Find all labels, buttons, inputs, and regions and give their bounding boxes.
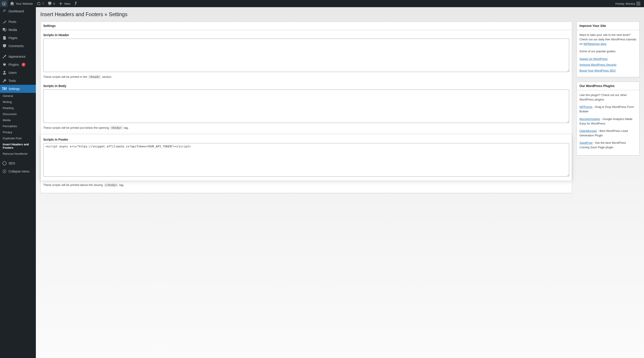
footer-desc: These scripts will be printed above the … [43, 183, 569, 187]
update-icon [36, 1, 41, 6]
my-account[interactable]: Howdy, Monica [614, 0, 642, 7]
collapse-icon [2, 169, 7, 174]
wordpress-icon [2, 1, 6, 6]
user-icon [2, 71, 7, 75]
footer-textarea[interactable] [43, 143, 569, 177]
home-icon [10, 1, 14, 6]
header-field: Scripts in Header These scripts will be … [43, 33, 569, 79]
sub-ihaf[interactable]: Insert Headers and Footers [0, 141, 36, 151]
menu-settings[interactable]: Settings [0, 85, 36, 93]
comment-count: 0 [53, 2, 55, 6]
body-label: Scripts in Body [43, 84, 569, 89]
improve-box: Improve Your Site Want to take your site… [576, 22, 640, 77]
settings-submenu: General Writing Reading Discussion Media… [0, 93, 36, 157]
sub-noreferrer[interactable]: Remove Noreferrer [0, 151, 36, 157]
body-field: Scripts in Body These scripts will be pr… [43, 84, 569, 130]
menu-comments[interactable]: Comments [0, 42, 36, 50]
plus-icon [58, 1, 63, 6]
comments-bubble[interactable]: 0 [46, 0, 57, 7]
menu-posts[interactable]: Posts [0, 18, 36, 26]
new-label: New [64, 2, 70, 6]
seedprod-link[interactable]: SeedProd [580, 141, 592, 144]
menu-plugins[interactable]: Plugins5 [0, 61, 36, 69]
plugin-seedprod: SeedProd - Get the best WordPress Coming… [580, 141, 636, 150]
site-name: Your Website [16, 2, 33, 6]
header-desc: These scripts will be printed in the <he… [43, 75, 569, 79]
settings-box: Settings Scripts in Header These scripts… [40, 22, 572, 193]
plugins-badge: 5 [22, 63, 26, 67]
brush-icon [2, 54, 7, 59]
media-icon [2, 28, 7, 32]
improve-heading: Improve Your Site [580, 24, 636, 28]
sub-permalinks[interactable]: Permalinks [0, 123, 36, 129]
menu-dashboard[interactable]: Dashboard [0, 7, 36, 15]
optin-link[interactable]: OptinMonster [580, 129, 597, 133]
svg-point-1 [3, 170, 6, 173]
plugins-text: Like this plugin? Check out our other Wo… [580, 93, 636, 102]
yoast-indicator[interactable] [72, 0, 80, 7]
updates[interactable]: 7 [35, 0, 46, 7]
menu-collapse[interactable]: Collapse menu [0, 167, 36, 175]
comment-icon [48, 1, 52, 6]
menu-appearance[interactable]: Appearance [0, 53, 36, 61]
dashboard-icon [2, 9, 7, 14]
guide-speed[interactable]: Speed Up WordPress [580, 57, 608, 61]
menu-tools[interactable]: Tools [0, 77, 36, 85]
sub-duplicate[interactable]: Duplicate Post [0, 135, 36, 141]
sub-media[interactable]: Media [0, 117, 36, 123]
body-textarea[interactable] [43, 90, 569, 123]
updates-count: 7 [42, 2, 44, 6]
seo-icon [2, 161, 7, 166]
wrench-icon [2, 79, 7, 83]
sub-privacy[interactable]: Privacy [0, 129, 36, 135]
sub-reading[interactable]: Reading [0, 105, 36, 111]
monster-link[interactable]: MonsterInsights [580, 117, 600, 121]
improve-text: Want to take your site to the next level… [580, 33, 636, 46]
howdy-text: Howdy, Monica [615, 2, 635, 6]
menu-users[interactable]: Users [0, 69, 36, 77]
body-desc: These scripts will be printed just below… [43, 126, 569, 130]
wpforms-link[interactable]: WPForms [580, 105, 592, 109]
footer-field: Scripts in Footer [43, 137, 569, 178]
page-icon [2, 36, 7, 40]
wp-logo[interactable] [0, 0, 8, 7]
plug-icon [2, 62, 7, 67]
footer-label: Scripts in Footer [43, 137, 569, 142]
yoast-icon [74, 1, 78, 6]
guide-seo[interactable]: Boost Your WordPress SEO [580, 69, 616, 72]
plugins-heading: Our WordPress Plugins [580, 84, 636, 88]
plugin-monster: MonsterInsights - Google Analytics Made … [580, 117, 636, 126]
avatar-icon [636, 2, 640, 6]
menu-seo[interactable]: SEO [0, 159, 36, 167]
plugin-optin: OptinMonster - Best WordPress Lead Gener… [580, 129, 636, 138]
page-title: Insert Headers and Footers » Settings [40, 10, 640, 22]
menu-pages[interactable]: Pages [0, 34, 36, 42]
comments-icon [2, 44, 7, 48]
menu-media[interactable]: Media [0, 26, 36, 34]
plugins-box: Our WordPress Plugins Like this plugin? … [576, 82, 640, 155]
site-home[interactable]: Your Website [8, 0, 35, 7]
sliders-icon [2, 87, 7, 91]
guides-text: Some of our popular guides: [580, 49, 636, 54]
footer-highlight: Scripts in Footer [40, 135, 572, 181]
content-area: Insert Headers and Footers » Settings Se… [36, 7, 644, 358]
wpbeginner-link[interactable]: WPBeginner blog [584, 42, 606, 46]
sub-writing[interactable]: Writing [0, 99, 36, 105]
sub-discussion[interactable]: Discussion [0, 111, 36, 117]
svg-point-0 [3, 162, 6, 165]
settings-heading: Settings [43, 24, 569, 28]
admin-bar: Your Website 7 0 New Howdy, Monica [0, 0, 644, 7]
plugin-wpforms: WPForms - Drag & Drop WordPress Form Bui… [580, 105, 636, 114]
header-textarea[interactable] [43, 39, 569, 72]
admin-menu: Dashboard Posts Media Pages Comments App… [0, 7, 36, 358]
pin-icon [2, 20, 7, 24]
sub-general[interactable]: General [0, 93, 36, 99]
header-label: Scripts in Header [43, 33, 569, 38]
guide-security[interactable]: Improve WordPress Security [580, 63, 616, 66]
new-content[interactable]: New [57, 0, 72, 7]
